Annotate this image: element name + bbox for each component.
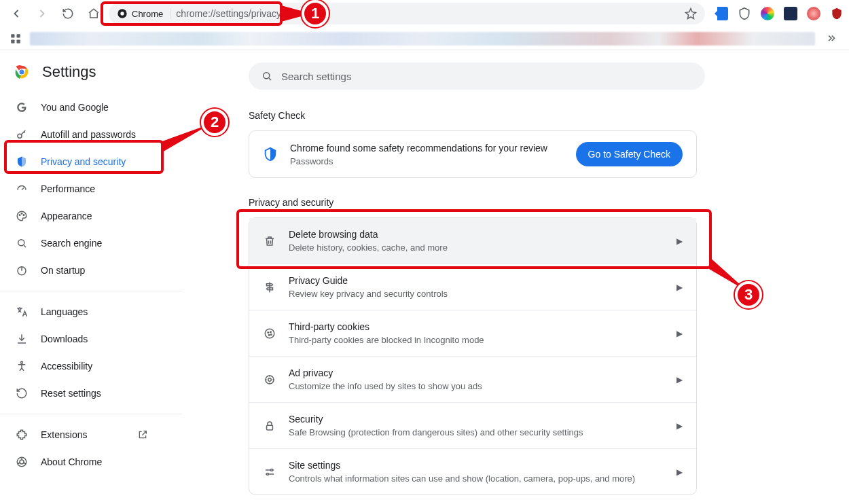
shield-icon	[15, 155, 29, 168]
forward-button[interactable]	[31, 3, 53, 24]
sidebar-item-appearance[interactable]: Appearance	[0, 202, 163, 230]
search-icon	[15, 236, 29, 250]
sidebar-item-label: Extensions	[41, 429, 87, 440]
sidebar-item-label: Search engine	[41, 238, 102, 249]
translate-icon	[15, 305, 29, 319]
back-button[interactable]	[5, 3, 27, 24]
sidebar-item-label: Languages	[41, 306, 88, 317]
site-chip: Chrome	[117, 8, 170, 19]
svg-point-1	[120, 12, 124, 15]
google-g-icon	[15, 101, 29, 114]
search-placeholder: Search settings	[281, 71, 351, 82]
svg-point-9	[18, 134, 22, 138]
row-title: Ad privacy	[289, 367, 664, 378]
svg-point-12	[23, 215, 24, 216]
svg-point-10	[19, 215, 20, 216]
row-title: Privacy Guide	[289, 275, 664, 286]
page-title: Settings	[42, 63, 96, 81]
search-settings-input[interactable]: Search settings	[249, 62, 705, 90]
sidebar-item-label: About Chrome	[41, 456, 102, 467]
sidebar-item-reset[interactable]: Reset settings	[0, 380, 163, 407]
site-chip-label: Chrome	[132, 9, 163, 19]
sidebar-item-accessibility[interactable]: Accessibility	[0, 353, 163, 380]
chrome-icon	[117, 8, 128, 19]
sidebar-item-label: On startup	[41, 265, 85, 276]
sidebar-item-label: Reset settings	[41, 388, 101, 399]
signpost-icon	[263, 281, 276, 294]
download-icon	[15, 332, 29, 346]
power-icon	[15, 264, 29, 277]
svg-point-24	[268, 378, 272, 381]
star-icon[interactable]	[685, 7, 697, 20]
sidebar-item-downloads[interactable]: Downloads	[0, 325, 163, 353]
ext-icon-4[interactable]	[784, 7, 797, 20]
row-title: Third-party cookies	[289, 321, 664, 332]
row-subtitle: Customize the info used by sites to show…	[289, 381, 664, 391]
svg-point-13	[18, 240, 24, 246]
svg-point-21	[270, 331, 272, 333]
svg-point-23	[271, 334, 272, 335]
row-subtitle: Third-party cookies are blocked in Incog…	[289, 335, 664, 345]
row-subtitle: Delete history, cookies, cache, and more	[289, 242, 664, 253]
bookmarks-overflow[interactable]	[823, 31, 839, 47]
chrome-outline-icon	[15, 455, 29, 469]
chevron-right-icon: ▶	[676, 375, 683, 384]
svg-point-20	[268, 331, 269, 333]
chevron-right-icon: ▶	[676, 467, 683, 477]
svg-point-17	[20, 460, 24, 464]
sidebar-item-you-and-google[interactable]: You and Google	[0, 94, 163, 121]
sidebar-item-label: Autofill and passwords	[41, 129, 136, 140]
row-security[interactable]: Security Safe Browsing (protection from …	[249, 402, 696, 448]
reload-button[interactable]	[57, 3, 79, 24]
sidebar-item-languages[interactable]: Languages	[0, 298, 163, 325]
sidebar-item-search-engine[interactable]: Search engine	[0, 230, 163, 257]
sidebar-item-label: Privacy and security	[41, 156, 126, 167]
ad-icon	[263, 373, 276, 386]
privacy-heading: Privacy and security	[249, 197, 808, 208]
sidebar-item-performance[interactable]: Performance	[0, 175, 163, 202]
row-third-party-cookies[interactable]: Third-party cookies Third-party cookies …	[249, 310, 696, 356]
sidebar-item-about[interactable]: About Chrome	[0, 448, 163, 475]
sidebar-item-autofill[interactable]: Autofill and passwords	[0, 121, 163, 148]
lock-icon	[263, 419, 276, 433]
sidebar-item-extensions[interactable]: Extensions	[0, 421, 163, 448]
row-delete-browsing-data[interactable]: Delete browsing data Delete history, coo…	[249, 218, 696, 264]
shield-status-icon	[263, 147, 278, 162]
chevron-right-icon: ▶	[676, 236, 683, 246]
privacy-list-card: Delete browsing data Delete history, coo…	[249, 217, 697, 495]
row-title: Delete browsing data	[289, 229, 664, 240]
row-subtitle: Review key privacy and security controls	[289, 289, 664, 299]
accessibility-icon	[15, 359, 29, 373]
row-site-settings[interactable]: Site settings Controls what information …	[249, 448, 696, 494]
sliders-icon	[263, 465, 276, 479]
sidebar-item-on-startup[interactable]: On startup	[0, 257, 163, 284]
svg-point-28	[267, 473, 269, 475]
settings-sidebar: Settings You and Google Autofill and pas…	[0, 50, 182, 504]
svg-rect-26	[267, 425, 273, 430]
sidebar-item-label: Accessibility	[41, 361, 92, 372]
speedometer-icon	[15, 182, 29, 196]
address-bar[interactable]: Chrome chrome://settings/privacy	[109, 3, 705, 24]
svg-point-19	[265, 329, 274, 338]
row-title: Security	[289, 414, 664, 425]
row-ad-privacy[interactable]: Ad privacy Customize the info used by si…	[249, 356, 696, 402]
settings-root: Settings You and Google Autofill and pas…	[0, 50, 849, 504]
app-title-row: Settings	[0, 62, 182, 94]
ext-icon-6[interactable]	[830, 7, 844, 20]
ext-icon-2[interactable]	[738, 7, 751, 20]
ext-icon-1[interactable]	[715, 7, 728, 20]
chevron-right-icon: ▶	[676, 329, 683, 338]
apps-icon[interactable]	[10, 33, 22, 45]
ext-icon-3[interactable]	[761, 7, 774, 20]
svg-rect-3	[17, 34, 20, 37]
go-to-safety-check-button[interactable]: Go to Safety Check	[576, 142, 683, 166]
chevron-right-icon: ▶	[676, 283, 683, 292]
svg-point-22	[269, 334, 270, 336]
safety-check-subtitle: Passwords	[290, 156, 564, 166]
sidebar-item-label: Downloads	[41, 334, 88, 344]
ext-icon-5[interactable]	[807, 7, 820, 20]
sidebar-item-privacy[interactable]: Privacy and security	[0, 148, 163, 175]
svg-rect-2	[11, 34, 14, 37]
row-privacy-guide[interactable]: Privacy Guide Review key privacy and sec…	[249, 264, 696, 310]
home-button[interactable]	[83, 3, 105, 24]
